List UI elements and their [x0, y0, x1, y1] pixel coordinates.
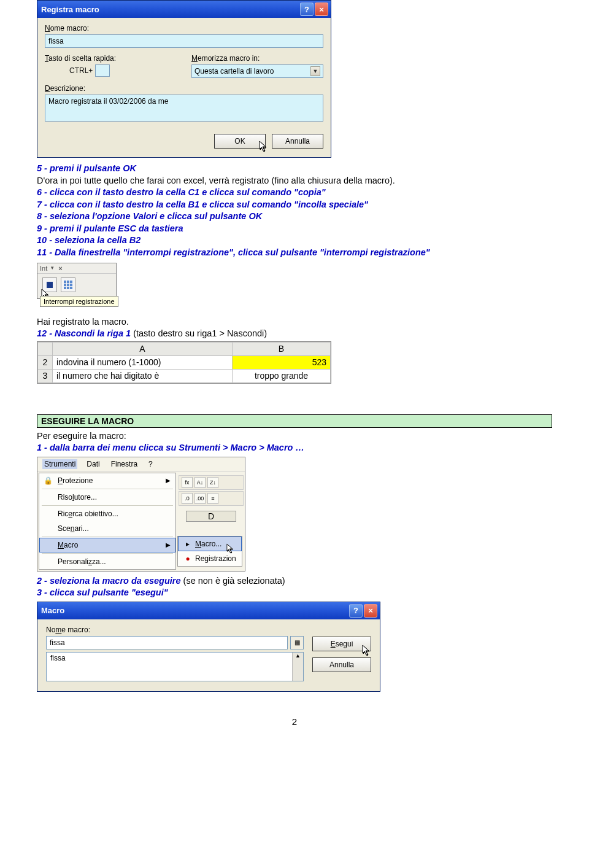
- chevron-down-icon: ▼: [310, 66, 320, 76]
- col-a-header: A: [53, 342, 233, 355]
- description-input[interactable]: Macro registrata il 03/02/2006 da me: [45, 95, 323, 122]
- macro-submenu: ▸ Macro... ● Registrazion: [177, 536, 242, 567]
- instruction-9: 9 - premi il pulante ESC da tastiera: [37, 223, 552, 235]
- menu-item-risolutore[interactable]: Risolutore...: [39, 490, 175, 505]
- close-button[interactable]: ×: [364, 604, 377, 618]
- decimal-icon: .00: [194, 493, 206, 504]
- help-button[interactable]: ?: [349, 604, 363, 618]
- list-item[interactable]: fissa: [47, 653, 292, 681]
- row-3-header: 3: [38, 369, 53, 382]
- record-macro-dialog: Registra macro ? × Nome macro: fissa Tas…: [37, 0, 331, 158]
- formula-icon: fx: [182, 477, 193, 488]
- cursor-icon: [362, 645, 372, 657]
- instruction-5: 5 - premi il pulsante OK: [37, 163, 552, 175]
- excel-snippet: A B 2 indovina il numero (1-1000) 523 3 …: [37, 341, 331, 384]
- relative-reference-button[interactable]: [61, 277, 75, 292]
- step-1: 1 - dalla barra dei menu clicca su Strum…: [37, 442, 552, 454]
- page-number: 2: [37, 716, 552, 727]
- menu-dati[interactable]: Dati: [85, 459, 101, 469]
- menu-help[interactable]: ?: [147, 459, 155, 469]
- section-heading: ESEGUIRE LA MACRO: [37, 414, 552, 428]
- macro-recorded-text: Hai registrato la macro.: [37, 316, 552, 328]
- toolbar-handle-label: Int: [40, 265, 47, 272]
- shortcut-label: Tasto di scelta rapida:: [45, 54, 177, 63]
- cursor-icon: [259, 141, 269, 153]
- instruction-12: 12 - Nascondi la riga 1 (tasto destro su…: [37, 328, 552, 340]
- macro-name-input[interactable]: fissa: [45, 34, 323, 48]
- lock-icon: 🔒: [43, 476, 53, 486]
- row-header-blank: [38, 342, 53, 355]
- dialog-title: Registra macro: [41, 5, 300, 14]
- chevron-right-icon: ▶: [166, 541, 171, 548]
- sort-desc-icon: Z↓: [207, 477, 218, 488]
- scrollbar[interactable]: ▲: [292, 653, 303, 681]
- instruction-11: 11 - Dalla finestrella "interrompi regis…: [37, 247, 552, 259]
- cancel-button[interactable]: Annulla: [312, 657, 371, 672]
- chevron-down-icon: ▼: [50, 265, 55, 271]
- menu-item-macro[interactable]: Macro▶: [39, 538, 175, 552]
- menu-item-protezione[interactable]: 🔒 Protezione▶: [39, 473, 175, 488]
- menu-item-scenari[interactable]: Scenari...: [39, 521, 175, 536]
- help-button[interactable]: ?: [300, 2, 314, 16]
- instruction-5b: D'ora in poi tutte quello che farai con …: [37, 175, 552, 187]
- instruction-6: 6 - clicca con il tasto destro la cella …: [37, 187, 552, 199]
- intro-text: Per eseguire la macro:: [37, 430, 552, 443]
- dialog-title: Macro: [41, 606, 349, 615]
- indent-icon: ≡: [207, 493, 218, 504]
- cell-b2: 523: [232, 355, 330, 369]
- col-b-header: B: [232, 342, 330, 355]
- dropdown-menu: 🔒 Protezione▶ Risolutore... Ricerca obie…: [39, 473, 176, 570]
- macro-dialog: Macro ? × Nome macro: fissa ▦ fissa ▲ Es…: [37, 602, 380, 692]
- stop-recording-toolbar: Int ▼ × Interrompi registrazione: [37, 263, 117, 299]
- ctrl-label: CTRL+: [69, 66, 93, 75]
- submenu-registra[interactable]: ● Registrazion: [178, 551, 242, 566]
- macro-name-label: Nome macro:: [45, 24, 323, 33]
- dialog-titlebar: Registra macro ? ×: [37, 1, 331, 18]
- store-label: Memorizza macro in:: [191, 54, 323, 63]
- menu-strumenti[interactable]: Strumenti: [42, 459, 77, 469]
- column-d-header: D: [186, 511, 236, 522]
- sort-asc-icon: A↓: [194, 477, 206, 488]
- play-icon: ▸: [183, 539, 193, 549]
- row-2-header: 2: [38, 355, 53, 369]
- macro-name-label: Nome macro:: [46, 626, 304, 634]
- menu-item-ricerca[interactable]: Ricerca obiettivo...: [39, 506, 175, 521]
- run-button[interactable]: Esegui: [312, 637, 371, 651]
- submenu-macro[interactable]: ▸ Macro...: [178, 537, 242, 551]
- instruction-7: 7 - clicca con il tasto destro la cella …: [37, 199, 552, 211]
- cell-a3: il numero che hai digitato è: [53, 369, 233, 382]
- menu-finestra[interactable]: Finestra: [109, 459, 139, 469]
- decimal-icon: .0: [182, 493, 193, 504]
- tools-menu-screenshot: Strumenti Dati Finestra ? 🔒 Protezione▶ …: [37, 457, 245, 572]
- macro-listbox[interactable]: fissa ▲: [46, 652, 304, 681]
- cell-a2: indovina il numero (1-1000): [53, 355, 233, 369]
- close-icon[interactable]: ×: [58, 265, 62, 272]
- dialog-titlebar: Macro ? ×: [37, 602, 380, 619]
- shortcut-key-input[interactable]: [95, 64, 110, 77]
- close-button[interactable]: ×: [315, 2, 328, 16]
- menubar: Strumenti Dati Finestra ?: [37, 457, 245, 471]
- cancel-button[interactable]: Annulla: [272, 134, 323, 149]
- store-select[interactable]: Questa cartella di lavoro ▼: [191, 64, 323, 78]
- step-2: 2 - seleziona la macro da eseguire (se n…: [37, 575, 552, 587]
- collapse-icon[interactable]: ▦: [290, 636, 304, 649]
- instruction-8: 8 - seleziona l'opzione Valori e clicca …: [37, 211, 552, 223]
- record-icon: ●: [183, 554, 193, 564]
- tooltip: Interrompi registrazione: [40, 296, 118, 307]
- step-3: 3 - clicca sul pulsante "esegui": [37, 587, 552, 599]
- macro-name-input[interactable]: fissa: [46, 636, 288, 649]
- description-label: Descrizione:: [45, 84, 323, 93]
- chevron-right-icon: ▶: [166, 477, 171, 484]
- cell-b3: troppo grande: [232, 369, 330, 382]
- instruction-10: 10 - seleziona la cella B2: [37, 234, 552, 247]
- ok-button[interactable]: OK: [214, 134, 266, 149]
- menu-item-personalizza[interactable]: Personalizza...: [39, 554, 175, 569]
